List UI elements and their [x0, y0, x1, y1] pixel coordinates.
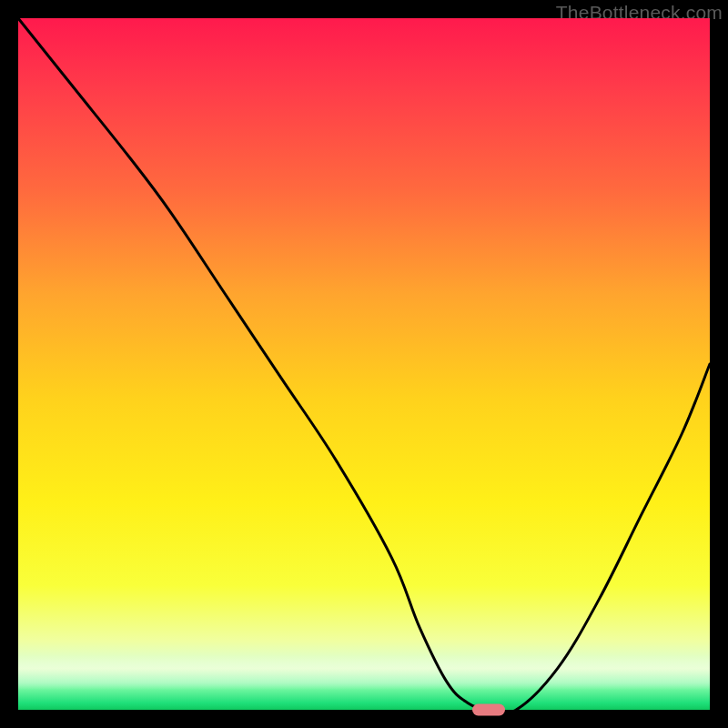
chart-gradient-background	[18, 18, 710, 710]
chart-frame	[18, 18, 710, 710]
